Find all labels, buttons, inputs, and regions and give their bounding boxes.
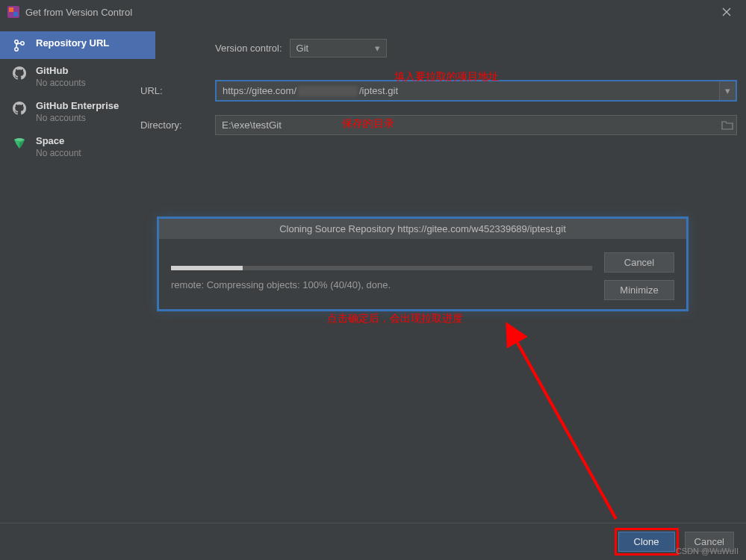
branch-icon (12, 38, 27, 53)
progress-bar (171, 266, 592, 270)
close-icon[interactable] (715, 0, 739, 24)
sidebar-item-github-enterprise[interactable]: GitHub Enterprise No accounts (0, 94, 155, 129)
github-icon (12, 101, 27, 116)
window-title: Get from Version Control (25, 7, 132, 18)
progress-fill (171, 266, 243, 270)
svg-rect-2 (13, 12, 18, 16)
clone-highlight: Clone (615, 528, 679, 556)
url-input-wrap: https://gitee.com/ /iptest.git ▾ (215, 80, 737, 102)
directory-input-wrap (215, 115, 737, 135)
sidebar-item-label: GitHub (36, 65, 86, 76)
url-input[interactable]: https://gitee.com/ /iptest.git (217, 81, 719, 100)
app-icon (7, 6, 19, 18)
sidebar: Repository URL GitHub No accounts GitHub… (0, 24, 155, 517)
sidebar-item-label: Space (36, 135, 81, 146)
version-control-label: Version control: (215, 43, 282, 54)
url-dropdown-button[interactable]: ▾ (719, 81, 736, 100)
chevron-down-icon: ▾ (375, 43, 380, 54)
version-control-value: Git (296, 43, 309, 54)
browse-folder-button[interactable] (718, 116, 736, 134)
url-redacted (298, 86, 358, 96)
svg-rect-1 (9, 7, 13, 12)
sidebar-item-space[interactable]: Space No account (0, 129, 155, 164)
directory-label: Directory: (140, 119, 215, 131)
chevron-down-icon: ▾ (725, 85, 730, 96)
svg-point-4 (15, 48, 18, 51)
folder-icon (721, 120, 733, 131)
progress-status: remote: Compressing objects: 100% (40/40… (171, 279, 592, 290)
sidebar-item-github[interactable]: GitHub No accounts (0, 59, 155, 94)
sidebar-item-label: GitHub Enterprise (36, 100, 119, 111)
sidebar-item-sub: No accounts (36, 113, 119, 123)
version-control-select[interactable]: Git ▾ (290, 39, 387, 57)
url-label: URL: (140, 85, 215, 96)
progress-cancel-button[interactable]: Cancel (604, 252, 674, 273)
progress-title: Cloning Source Repository https://gitee.… (159, 219, 686, 239)
progress-dialog: Cloning Source Repository https://gitee.… (157, 217, 689, 311)
directory-input[interactable] (216, 116, 718, 134)
sidebar-item-sub: No accounts (36, 78, 86, 88)
space-icon (12, 136, 27, 151)
footer: Clone Cancel (0, 523, 746, 560)
sidebar-item-label: Repository URL (36, 37, 109, 49)
svg-point-3 (15, 40, 18, 43)
progress-minimize-button[interactable]: Minimize (604, 280, 674, 300)
svg-point-5 (21, 42, 24, 45)
sidebar-item-sub: No account (36, 148, 81, 158)
clone-button[interactable]: Clone (618, 532, 675, 552)
watermark: CSDN @WuWuII (676, 547, 739, 556)
github-icon (12, 66, 27, 81)
sidebar-item-repository-url[interactable]: Repository URL (0, 31, 155, 59)
